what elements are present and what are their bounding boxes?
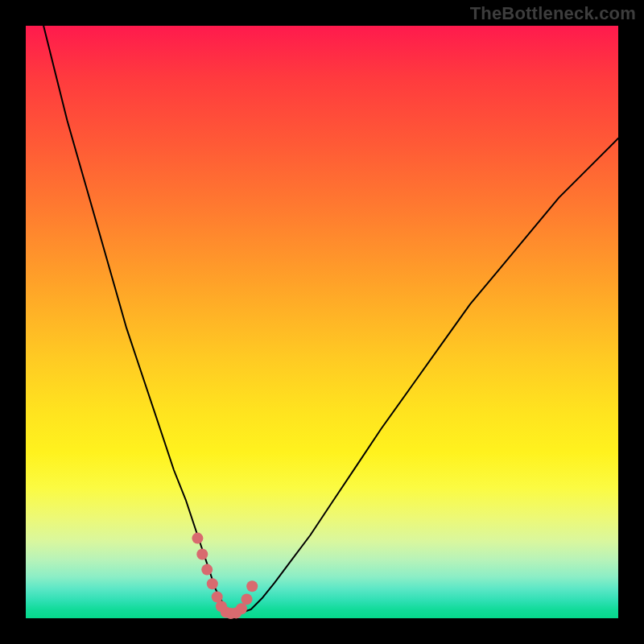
accent-dot [207, 578, 218, 589]
plot-area [26, 26, 618, 618]
chart-frame: TheBottleneck.com [0, 0, 644, 644]
accent-dot [246, 580, 258, 592]
accent-dot [201, 564, 213, 576]
curve-path [43, 26, 618, 613]
chart-svg [26, 26, 618, 618]
accent-dot [242, 593, 253, 605]
accent-dot [196, 549, 208, 560]
accent-dot [192, 533, 203, 544]
accent-dot [236, 603, 247, 614]
watermark-text: TheBottleneck.com [470, 3, 636, 24]
